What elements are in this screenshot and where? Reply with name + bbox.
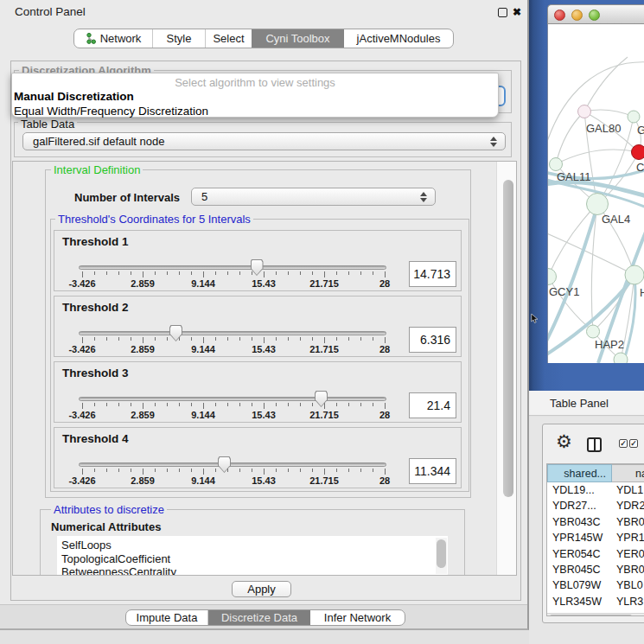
network-window-titlebar [547, 4, 644, 24]
apply-button[interactable]: Apply [232, 581, 291, 597]
cell-shared-name: YDL19... [552, 484, 595, 496]
close-traffic-light[interactable] [554, 10, 565, 21]
mouse-cursor [531, 314, 539, 324]
scale-label: 21.715 [303, 344, 346, 354]
tick-mark [167, 337, 168, 341]
tick-mark [179, 271, 180, 275]
table-data-combobox[interactable]: galFiltered.sif default node [22, 132, 506, 150]
table-row[interactable]: YPR145WYPR1 [547, 530, 644, 545]
checkbox-icon[interactable]: ✓ [629, 439, 638, 448]
settings-scrollbar[interactable] [496, 162, 516, 575]
scrollbar-thumb[interactable] [503, 180, 513, 497]
scale-label: 2.859 [121, 410, 164, 420]
tab-infer-network[interactable]: Infer Network [310, 610, 405, 625]
network-tree-icon [86, 33, 97, 44]
tick-mark [227, 271, 228, 275]
tab-cyni-toolbox[interactable]: Cyni Toolbox [252, 29, 344, 48]
gear-icon[interactable]: ⚙ [556, 431, 572, 452]
float-window-icon[interactable] [498, 8, 507, 17]
combo-arrows-icon [490, 137, 497, 147]
tick-mark [276, 469, 277, 472]
dropdown-option-equal-width-frequency[interactable]: Equal Width/Frequency Discretization [12, 105, 498, 118]
checkbox-icon[interactable]: ✓ [619, 439, 628, 448]
control-panel-window: Control Panel ✖ NetworkStyleSelectCyni T… [0, 0, 529, 630]
threshold-value-field[interactable]: 6.316 [409, 327, 456, 353]
tick-mark [312, 337, 313, 341]
close-icon[interactable]: ✖ [513, 6, 521, 18]
table-row[interactable]: YDL19...YDL1 [547, 482, 644, 498]
network-node-green[interactable] [587, 325, 600, 338]
tick-mark [106, 337, 107, 341]
table-row[interactable]: YLR345WYLR3 [547, 594, 644, 609]
slider-thumb[interactable] [315, 391, 328, 407]
node-label: GAL80 [586, 122, 621, 135]
tick-mark [324, 403, 325, 409]
tab-jactivemnodules[interactable]: jActiveMNodules [344, 29, 453, 48]
scale-label: 9.144 [182, 344, 225, 354]
tick-mark [276, 271, 277, 275]
attribute-item[interactable]: SelfLoops [61, 539, 112, 552]
tick-mark [264, 337, 265, 343]
threshold-value-field[interactable]: 14.713 [409, 261, 456, 287]
network-node-green[interactable] [625, 265, 644, 284]
table-row[interactable]: YDR27...YDR2 [547, 498, 644, 513]
tab-network[interactable]: Network [74, 29, 153, 48]
tick-mark [167, 469, 168, 472]
tick-mark [131, 271, 131, 275]
window-title: Control Panel [15, 5, 86, 18]
attribute-item[interactable]: BetweennessCentrality [61, 565, 176, 575]
minimize-traffic-light[interactable] [571, 10, 583, 21]
tick-mark [191, 271, 192, 275]
tab-select[interactable]: Select [206, 29, 252, 48]
tick-mark [227, 337, 228, 341]
attribute-item[interactable]: TopologicalCoefficient [61, 552, 170, 565]
slider-track[interactable] [79, 331, 386, 335]
dropdown-option-manual-discretization[interactable]: Manual Discretization [12, 90, 498, 103]
network-node-green[interactable] [548, 269, 557, 285]
table-row[interactable]: YBR043CYBR0 [547, 514, 644, 530]
network-node-red[interactable] [632, 145, 644, 160]
tick-mark [324, 337, 325, 343]
tab-impute-data[interactable]: Impute Data [126, 610, 208, 625]
list-scrollbar[interactable] [436, 538, 447, 574]
table-panel-titlebar: Table Panel [529, 391, 644, 416]
numerical-attributes-list[interactable]: SelfLoopsTopologicalCoefficientBetweenne… [57, 536, 448, 575]
scale-label: 2.859 [121, 344, 164, 354]
table-row[interactable]: YBL079WYBL0 [547, 577, 644, 593]
threshold-value-field[interactable]: 21.4 [409, 392, 456, 418]
tab-style[interactable]: Style [153, 29, 206, 48]
scale-label: 2.859 [121, 278, 164, 289]
network-canvas[interactable]: GAL80GACGAL11GAL4GCY1HHAP2 [547, 24, 644, 363]
zoom-traffic-light[interactable] [589, 10, 600, 21]
slider-thumb[interactable] [218, 456, 231, 473]
cell-name: YBR0 [616, 564, 644, 576]
scale-label: 9.144 [182, 475, 225, 486]
tick-mark [360, 403, 361, 406]
tab-discretize-data[interactable]: Discretize Data [208, 610, 310, 625]
slider-thumb[interactable] [169, 325, 182, 341]
network-node-green[interactable] [550, 158, 563, 171]
column-header-name[interactable]: na [612, 464, 644, 482]
tick-mark [276, 403, 277, 406]
table-row[interactable]: YER054CYER0 [547, 546, 644, 562]
table-horizontal-scrollbar[interactable] [547, 613, 644, 616]
slider-track[interactable] [79, 265, 386, 270]
tick-mark [312, 469, 313, 472]
network-node-green[interactable] [628, 111, 640, 123]
number-of-intervals-combobox[interactable]: 5 [191, 188, 436, 206]
tick-mark [155, 271, 156, 275]
column-header-shared-name[interactable]: shared... [547, 464, 612, 482]
columns-icon[interactable] [587, 437, 602, 452]
table-row[interactable]: YBR045CYBR0 [547, 562, 644, 577]
network-node-green[interactable] [614, 353, 628, 363]
tick-mark [252, 469, 252, 472]
tick-mark [348, 403, 349, 406]
tick-mark [131, 337, 131, 341]
network-node-green[interactable] [587, 194, 609, 215]
slider-track[interactable] [79, 462, 386, 467]
threshold-value-field[interactable]: 11.344 [409, 458, 456, 484]
slider-track[interactable] [79, 397, 386, 401]
cell-shared-name: YLR345W [552, 596, 602, 608]
network-node-pink[interactable] [578, 105, 591, 118]
scale-label: 15.43 [242, 344, 285, 354]
